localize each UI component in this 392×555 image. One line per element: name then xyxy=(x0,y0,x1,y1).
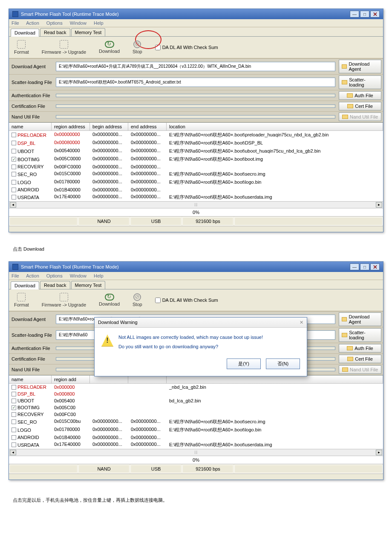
menu-window[interactable]: Window xyxy=(70,20,86,26)
stop-button[interactable]: Stop xyxy=(133,40,142,54)
table-row[interactable]: RECOVERY0x00FC00 xyxy=(9,411,383,418)
tab-readback[interactable]: Read back xyxy=(40,28,70,36)
download-button[interactable]: Download xyxy=(99,41,120,54)
table-row[interactable]: SEC_RO0x015C00bu0x00000000...0x00000000.… xyxy=(9,418,383,426)
table-row[interactable]: ANDROID0x01B400000x00000000...0x00000000… xyxy=(9,434,383,441)
dialog-close-icon[interactable]: ✕ xyxy=(300,320,303,325)
scatter-browse[interactable]: Scatter-loading xyxy=(339,75,381,89)
tab-readback[interactable]: Read back xyxy=(40,281,70,289)
download-icon xyxy=(105,41,114,48)
partition-checkbox[interactable] xyxy=(12,141,16,145)
caption-1: 点击 Download xyxy=(13,241,383,254)
cert-label: Certification File xyxy=(9,102,56,110)
menu-action[interactable]: Action xyxy=(26,20,39,26)
horizontal-scrollbar[interactable]: ◄⁞⁞► xyxy=(9,449,383,456)
partition-checkbox[interactable] xyxy=(12,195,16,199)
cert-browse[interactable]: Cert File xyxy=(339,355,381,363)
menu-options[interactable]: Options xyxy=(46,273,63,278)
stop-button[interactable]: Stop xyxy=(133,293,142,307)
nand-field[interactable] xyxy=(56,115,335,119)
table-row[interactable]: DSP_BL0x000800 xyxy=(9,390,383,397)
horizontal-scrollbar[interactable]: ◄⁞⁞► xyxy=(9,201,383,208)
partition-checkbox[interactable] xyxy=(12,172,16,176)
folder-icon xyxy=(347,93,353,98)
partition-checkbox[interactable] xyxy=(12,428,16,432)
format-button[interactable]: Format xyxy=(14,40,29,55)
checksum-checkbox[interactable]: DA DL All With Check Sum xyxy=(155,298,218,303)
close-button[interactable]: ✕ xyxy=(370,11,380,17)
tab-download[interactable]: Download xyxy=(11,29,39,37)
minimize-button[interactable]: — xyxy=(350,263,359,270)
scatter-browse[interactable]: Scatter-loading xyxy=(339,328,381,342)
partition-checkbox[interactable] xyxy=(12,149,16,153)
scroll-left-icon[interactable]: ◄ xyxy=(10,202,16,208)
minimize-button[interactable]: — xyxy=(350,11,359,17)
menu-window[interactable]: Window xyxy=(70,273,86,278)
maximize-button[interactable]: □ xyxy=(360,263,369,270)
nand-browse[interactable]: Nand Util File xyxy=(339,113,381,121)
table-row[interactable]: ✓BOOTIMG0x005C00 xyxy=(9,404,383,411)
download-agent-field[interactable]: E:\程序\N9\a60+root\A60+升级工具\A789升级工具__201… xyxy=(56,62,335,71)
cert-browse[interactable]: Cert File xyxy=(339,102,381,110)
table-row[interactable]: ANDROID0x01B400000x00000000...0x00000000… xyxy=(9,186,383,193)
close-button[interactable]: ✕ xyxy=(370,263,380,270)
format-button[interactable]: Format xyxy=(14,293,29,307)
partition-checkbox[interactable] xyxy=(12,188,16,192)
table-row[interactable]: UBOOT0x005400000x00000000...0x00000000..… xyxy=(9,147,383,155)
table-row[interactable]: DSP_BL0x000800000x00000000...0x00000000.… xyxy=(9,139,383,147)
maximize-button[interactable]: □ xyxy=(360,11,369,17)
table-row[interactable]: LOGO0x017800000x00000000...0x00000000...… xyxy=(9,178,383,186)
menu-action[interactable]: Action xyxy=(26,273,39,278)
partition-checkbox[interactable] xyxy=(12,412,16,417)
checksum-checkbox[interactable]: DA DL All With Check Sum xyxy=(155,45,218,50)
toolbar: Format Firmware -> Upgrade Download Stop… xyxy=(9,37,383,58)
table-row[interactable]: SEC_RO0x015C00000x00000000...0x00000000.… xyxy=(9,170,383,178)
dialog-yes-button[interactable]: 是(Y) xyxy=(227,358,261,369)
table-row[interactable]: LOGO0x017800000x00000000...0x00000000...… xyxy=(9,426,383,434)
table-row[interactable]: ✓BOOTIMG0x005C00000x00000000...0x0000000… xyxy=(9,155,383,163)
download-agent-browse[interactable]: Download Agent xyxy=(339,312,381,326)
partition-checkbox[interactable]: ✓ xyxy=(12,157,16,162)
tab-memorytest[interactable]: Memory Test xyxy=(71,281,106,289)
partition-checkbox[interactable] xyxy=(12,392,16,396)
menubar: File Action Options Window Help xyxy=(9,19,383,27)
partition-checkbox[interactable]: ✓ xyxy=(12,405,16,410)
auth-field[interactable] xyxy=(56,94,335,97)
tab-memorytest[interactable]: Memory Test xyxy=(71,28,106,36)
menu-help[interactable]: Help xyxy=(94,20,104,26)
partition-checkbox[interactable] xyxy=(12,133,16,137)
menu-help[interactable]: Help xyxy=(94,273,104,278)
firmware-upgrade-button[interactable]: Firmware -> Upgrade xyxy=(42,293,86,307)
status-usb: USB xyxy=(130,217,182,225)
scatter-field[interactable]: E:\程序\N9\a60+root\联想A60+.boot\MT6575_And… xyxy=(56,78,335,87)
partition-checkbox[interactable] xyxy=(12,442,16,447)
table-row[interactable]: USRDATA0x17E400000x00000000...0x00000000… xyxy=(9,193,383,201)
partition-checkbox[interactable] xyxy=(12,385,16,390)
cert-field[interactable] xyxy=(56,104,335,108)
partition-checkbox[interactable] xyxy=(12,419,16,424)
scroll-right-icon[interactable]: ► xyxy=(376,202,382,208)
menu-file[interactable]: File xyxy=(12,20,19,26)
menu-file[interactable]: File xyxy=(12,273,19,278)
download-agent-browse[interactable]: Download Agent xyxy=(339,60,381,73)
partition-checkbox[interactable] xyxy=(12,399,16,403)
table-row[interactable]: RECOVERY0x00FC00000x00000000...0x0000000… xyxy=(9,163,383,170)
auth-browse[interactable]: Auth File xyxy=(339,344,381,353)
warning-icon: ! xyxy=(101,335,113,347)
dialog-no-button[interactable]: 否(N) xyxy=(266,358,300,369)
app-icon xyxy=(12,264,18,270)
firmware-upgrade-button[interactable]: Firmware -> Upgrade xyxy=(42,40,86,55)
menu-options[interactable]: Options xyxy=(46,20,63,26)
auth-browse[interactable]: Auth File xyxy=(339,91,381,100)
nand-browse[interactable]: Nand Util File xyxy=(339,365,381,374)
table-row[interactable]: PRELOADER0x000000000x00000000...0x000000… xyxy=(9,131,383,139)
partition-checkbox[interactable] xyxy=(12,180,16,185)
table-row[interactable]: USRDATA0x17E400000x00000000...0x00000000… xyxy=(9,441,383,449)
table-row[interactable]: UBOOT0x005400bd_lca_gb2.bin xyxy=(9,397,383,404)
partition-checkbox[interactable] xyxy=(12,165,16,169)
instruction-paragraph: 点击完是以后，手机先去掉电池，按住音量上键，再插上数据线连接电脑。 xyxy=(13,489,383,509)
table-row[interactable]: PRELOADER0x000000_nbd_lca_gb2.bin xyxy=(9,384,383,390)
tab-download[interactable]: Download xyxy=(11,281,39,289)
download-button[interactable]: Download xyxy=(99,294,120,306)
partition-checkbox[interactable] xyxy=(12,435,16,440)
